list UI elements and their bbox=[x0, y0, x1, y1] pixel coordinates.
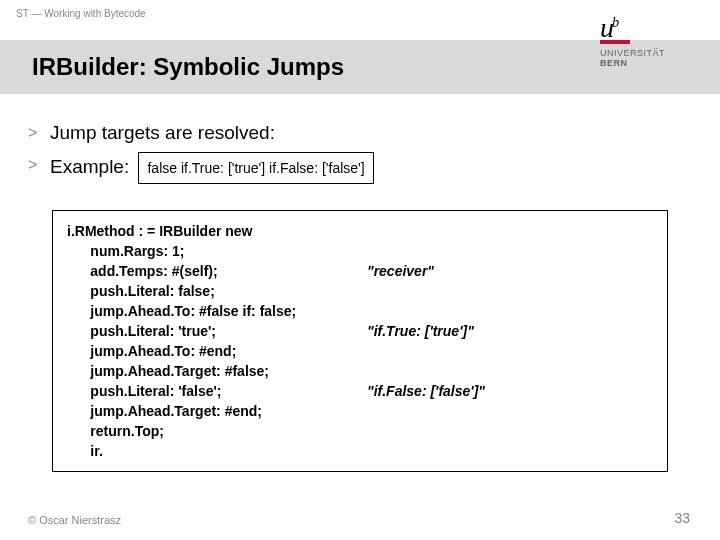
code-line: push.Literal: 'false'; bbox=[67, 381, 367, 401]
logo-university-label: UNIVERSITÄT bbox=[600, 48, 680, 58]
slide-title: IRBuilder: Symbolic Jumps bbox=[32, 53, 344, 81]
code-line: push.Literal: false; bbox=[67, 281, 367, 301]
code-line: push.Literal: 'true'; bbox=[67, 321, 367, 341]
logo-city-label: BERN bbox=[600, 58, 680, 68]
bullet-2-label: Example: bbox=[50, 156, 129, 177]
logo-b-glyph: b bbox=[612, 15, 619, 30]
code-line: num.Rargs: 1; bbox=[67, 241, 367, 261]
code-comment: "receiver" bbox=[367, 261, 653, 281]
slide-prefix: ST — Working with Bytecode bbox=[16, 8, 146, 19]
code-line: ir. bbox=[67, 441, 367, 461]
code-line: return.Top; bbox=[67, 421, 367, 441]
code-box: i.RMethod : = IRBuilder new num.Rargs: 1… bbox=[52, 210, 668, 472]
university-logo: ub UNIVERSITÄT BERN bbox=[600, 12, 680, 68]
footer-copyright: © Oscar Nierstrasz bbox=[28, 514, 121, 526]
code-line: jump.Ahead.Target: #false; bbox=[67, 361, 367, 381]
code-line: i.RMethod : = IRBuilder new bbox=[67, 221, 367, 241]
slide-content: > Jump targets are resolved: > Example: … bbox=[28, 120, 692, 472]
page-number: 33 bbox=[674, 510, 690, 526]
code-line: jump.Ahead.To: #false if: false; bbox=[67, 301, 367, 321]
bullet-1-text: Jump targets are resolved: bbox=[50, 120, 275, 146]
bullet-mark: > bbox=[28, 152, 50, 178]
code-comment: "if.True: ['true']" bbox=[367, 321, 653, 341]
code-line: jump.Ahead.Target: #end; bbox=[67, 401, 367, 421]
code-line: jump.Ahead.To: #end; bbox=[67, 341, 367, 361]
code-comment: "if.False: ['false']" bbox=[367, 381, 653, 401]
bullet-2-text: Example: false if.True: ['true'] if.Fals… bbox=[50, 152, 374, 184]
code-line: add.Temps: #(self); bbox=[67, 261, 367, 281]
logo-text: UNIVERSITÄT BERN bbox=[600, 48, 680, 68]
bullet-2: > Example: false if.True: ['true'] if.Fa… bbox=[28, 152, 692, 184]
bullet-mark: > bbox=[28, 120, 50, 146]
bullet-1: > Jump targets are resolved: bbox=[28, 120, 692, 146]
inline-code-box: false if.True: ['true'] if.False: ['fals… bbox=[138, 152, 373, 184]
